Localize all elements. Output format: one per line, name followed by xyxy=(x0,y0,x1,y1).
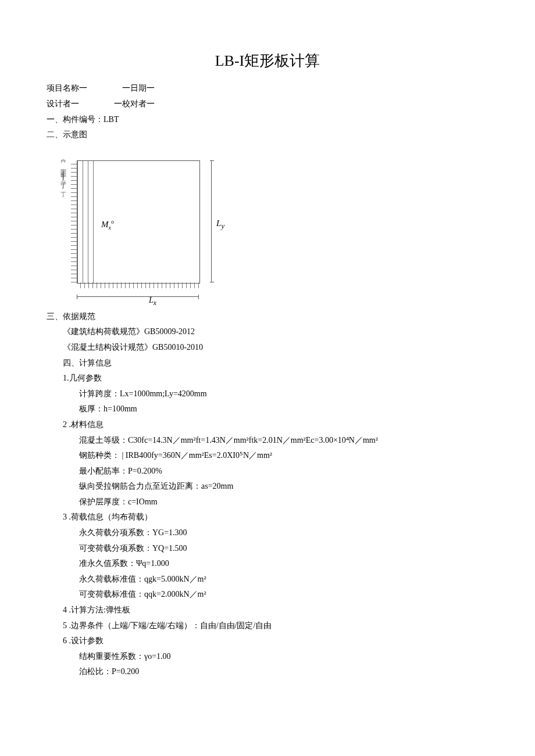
param-2e: 保护层厚度：c=IOmm xyxy=(47,495,488,510)
param-3a: 永久荷载分项系数：YG=1.300 xyxy=(47,525,488,541)
section-4: 四、计算信息 xyxy=(47,356,488,371)
mx-sub: x xyxy=(109,224,111,231)
lx-sub: x xyxy=(154,299,156,307)
diagram-y-axis-text: 一C丁丁丁丁丁丁丁m丁丁7.丁 xyxy=(62,158,69,293)
schematic-diagram: 一C丁丁丁丁丁丁丁m丁丁7.丁 Mxo Ly Lx xyxy=(50,155,224,306)
date-label: 一日期一 xyxy=(122,81,155,96)
param-1: 1.几何参数 xyxy=(47,371,488,386)
param-2a: 混凝土等级：C30fc=14.3N／mm²ft=1.43N／mm²ftk=2.0… xyxy=(47,433,488,449)
section-3: 三、依据规范 xyxy=(47,309,488,325)
project-name-label: 项目名称一 xyxy=(47,81,87,96)
checker-label: 一校对者一 xyxy=(114,96,155,112)
diagram-label-mx: Mxo xyxy=(101,216,114,233)
param-6: 6 .设计参数 xyxy=(47,633,488,649)
diagram-box xyxy=(77,160,200,284)
diagram-hatch-left xyxy=(71,160,77,282)
lx-base: L xyxy=(149,296,154,304)
param-4: 4 .计算方法:弹性板 xyxy=(47,603,488,618)
diagram-dim-vertical xyxy=(211,160,212,282)
mx-sup: o xyxy=(111,218,114,225)
param-2d: 纵向受拉钢筋合力点至近边距离：as=20mm xyxy=(47,479,488,495)
designer-label: 设计者一 xyxy=(47,96,79,112)
param-1a: 计算跨度：Lx=1000mm;Ly=4200mm xyxy=(47,386,488,402)
param-2: 2 .材料信息 xyxy=(47,417,488,433)
param-5: 5 .边界条件（上端/下端/左端/右端）：自由/自由/固定/自由 xyxy=(47,618,488,634)
param-6b: 泊松比：P=0.200 xyxy=(47,664,488,680)
param-2c: 最小配筋率：P=0.200% xyxy=(47,464,488,479)
param-2b: 钢筋种类： | IRB400fy=360N／mm²Es=2.0XI0⁵N／mm² xyxy=(47,448,488,464)
diagram-hatch-bottom xyxy=(77,282,199,288)
section-2: 二、示意图 xyxy=(47,127,488,143)
spec-line-1: 《建筑结构荷载规范》GB50009-2012 xyxy=(47,324,488,340)
ly-sub: y xyxy=(221,222,224,230)
param-3e: 可变荷载标准值：qqk=2.000kN／m² xyxy=(47,587,488,603)
meta-row-1: 项目名称一 一日期一 xyxy=(47,81,488,96)
param-3b: 可变荷载分项系数：YQ=1.500 xyxy=(47,541,488,557)
mx-base: M xyxy=(101,220,109,229)
param-6a: 结构重要性系数：γo=1.00 xyxy=(47,649,488,665)
meta-row-2: 设计者一 一校对者一 xyxy=(47,96,488,112)
diagram-label-ly: Ly xyxy=(216,215,224,234)
param-3c: 准永久值系数：Ψq=1.000 xyxy=(47,556,488,572)
param-3: 3 .荷载信息（均布荷载） xyxy=(47,510,488,525)
diagram-label-lx: Lx xyxy=(149,293,156,310)
param-3d: 永久荷载标准值：qgk=5.000kN／m² xyxy=(47,572,488,587)
spec-line-2: 《混凝土结构设计规范》GB50010-2010 xyxy=(47,340,488,356)
page-title: LB-I矩形板计算 xyxy=(47,46,488,75)
diagram-dim-horizontal xyxy=(77,296,199,297)
section-1: 一、构件编号：LBT xyxy=(47,112,488,128)
param-1b: 板厚：h=100mm xyxy=(47,402,488,417)
